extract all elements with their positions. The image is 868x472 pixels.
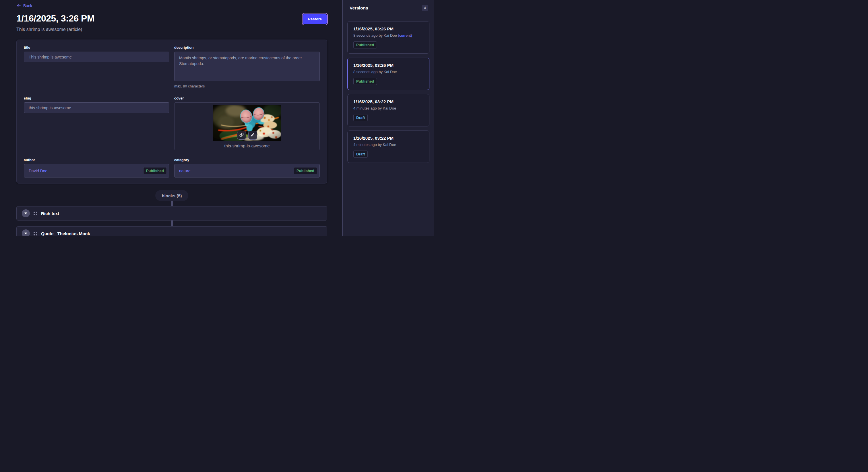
back-link[interactable]: Back [17, 3, 32, 8]
field-description: description Mantis shrimps, or stomatopo… [174, 45, 320, 88]
author-relation-box: David Doe Published [24, 164, 169, 177]
version-list: 1/16/2025, 03:26 PM 8 seconds ago by Kai… [343, 16, 434, 168]
main-area: Back 1/16/2025, 3:26 PM Restore This shr… [0, 0, 342, 236]
block-collapse-button[interactable] [22, 209, 30, 217]
field-title: title [24, 45, 169, 88]
cover-caption: this-shrimp-is-awesome [224, 143, 270, 148]
version-date: 1/16/2025, 03:26 PM [353, 63, 423, 68]
pencil-icon [251, 133, 255, 138]
slug-label: slug [24, 96, 169, 100]
version-card[interactable]: 1/16/2025, 03:22 PM 4 minutes ago by Kai… [347, 131, 429, 163]
drag-handle-icon[interactable] [34, 212, 37, 215]
version-card[interactable]: 1/16/2025, 03:26 PM 8 seconds ago by Kai… [347, 58, 429, 90]
current-tag: (current) [398, 33, 412, 38]
field-category: category nature Published [174, 158, 320, 177]
version-date: 1/16/2025, 03:22 PM [353, 99, 423, 104]
cover-label: cover [174, 96, 320, 100]
arrow-left-icon [17, 3, 21, 8]
version-status-badge: Draft [353, 114, 368, 121]
version-meta: 8 seconds ago by Kai Doe [353, 70, 423, 74]
versions-panel: Versions 4 1/16/2025, 03:26 PM 8 seconds… [342, 0, 434, 236]
category-relation-box: nature Published [174, 164, 320, 177]
media-edit-button[interactable] [248, 131, 257, 140]
category-label: category [174, 158, 320, 162]
version-date: 1/16/2025, 03:26 PM [353, 26, 423, 31]
description-hint: max. 80 characters [174, 84, 320, 88]
page-title: 1/16/2025, 3:26 PM [17, 13, 94, 24]
block-label: Quote - Thelonius Monk [41, 231, 90, 236]
media-link-button[interactable] [237, 131, 246, 140]
drag-handle-icon[interactable] [34, 232, 37, 235]
cover-box: this-shrimp-is-awesome [174, 102, 320, 150]
chevron-down-icon [24, 233, 27, 234]
version-card[interactable]: 1/16/2025, 03:26 PM 8 seconds ago by Kai… [347, 21, 429, 54]
title-input[interactable] [24, 52, 169, 62]
description-input[interactable]: Mantis shrimps, or stomatopods, are mari… [174, 52, 320, 81]
version-status-badge: Published [353, 41, 377, 48]
blocks-section: blocks (5) Rich text Quote - Thelonius M [17, 183, 327, 236]
blocks-connector [171, 201, 173, 206]
versions-panel-title: Versions [350, 5, 368, 11]
author-link[interactable]: David Doe [29, 169, 48, 173]
slug-input[interactable] [24, 102, 169, 113]
author-label: author [24, 158, 169, 162]
version-status-badge: Published [353, 78, 377, 85]
link-icon [239, 133, 244, 138]
blocks-pill[interactable]: blocks (5) [155, 190, 188, 201]
category-link[interactable]: nature [179, 169, 191, 173]
version-form-card: title description Mantis shrimps, or sto… [17, 40, 327, 183]
field-cover: cover [174, 96, 320, 150]
field-slug: slug [24, 96, 169, 150]
versions-count-badge: 4 [422, 5, 428, 11]
block-label: Rich text [41, 211, 59, 216]
version-status-badge: Draft [353, 150, 368, 158]
history-page: Back 1/16/2025, 3:26 PM Restore This shr… [0, 0, 434, 236]
block-row-quote[interactable]: Quote - Thelonius Monk [17, 226, 327, 236]
field-author: author David Doe Published [24, 158, 169, 177]
page-subtitle: This shrimp is awesome (article) [17, 27, 327, 32]
version-meta: 8 seconds ago by Kai Doe (current) [353, 33, 423, 38]
version-meta: 4 minutes ago by Kai Doe [353, 106, 423, 110]
description-label: description [174, 45, 320, 49]
block-row-rich-text[interactable]: Rich text [17, 206, 327, 221]
block-collapse-button[interactable] [22, 229, 30, 236]
chevron-down-icon [24, 212, 27, 214]
version-date: 1/16/2025, 03:22 PM [353, 136, 423, 140]
blocks-connector [171, 221, 173, 226]
category-status-badge: Published [293, 167, 317, 174]
restore-button[interactable]: Restore [303, 14, 327, 24]
title-label: title [24, 45, 169, 49]
author-status-badge: Published [143, 167, 167, 174]
version-meta: 4 minutes ago by Kai Doe [353, 142, 423, 147]
back-label: Back [23, 3, 32, 8]
version-card[interactable]: 1/16/2025, 03:22 PM 4 minutes ago by Kai… [347, 94, 429, 127]
